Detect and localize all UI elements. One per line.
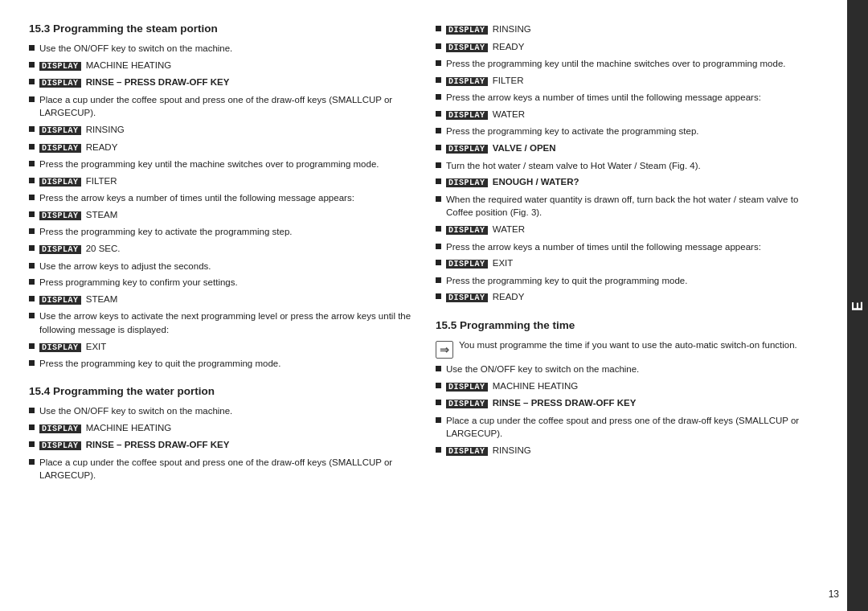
list-item: DISPLAY READY (29, 141, 416, 155)
display-tag: DISPLAY (39, 296, 81, 305)
list-item: DISPLAY RINSE – PRESS DRAW-OFF KEY (29, 438, 416, 453)
display-tag: DISPLAY (39, 441, 81, 450)
bullet-icon (29, 263, 35, 269)
bullet-icon (29, 343, 35, 349)
display-tag: DISPLAY (446, 226, 488, 235)
list-item-text: DISPLAY EXIT (39, 340, 416, 355)
section-15-3-title: 15.3 Programming the steam portion (29, 23, 416, 35)
display-tag: DISPLAY (446, 383, 488, 392)
list-item-text: DISPLAY 20 SEC. (39, 242, 416, 256)
arrow-icon: ⇒ (436, 341, 453, 359)
bold-text: RINSE – PRESS DRAW-OFF KEY (86, 440, 230, 449)
list-item: Use the ON/OFF key to switch on the mach… (29, 42, 416, 55)
list-item: Use the arrow keys to activate the next … (29, 310, 416, 336)
list-item: DISPLAY MACHINE HEATING (29, 421, 416, 436)
display-tag: DISPLAY (446, 178, 488, 187)
display-tag: DISPLAY (39, 211, 81, 220)
list-item: Use the arrow keys to adjust the seconds… (29, 260, 416, 273)
bullet-icon (29, 161, 35, 166)
bold-text: VALVE / OPEN (493, 143, 556, 153)
bullet-icon (436, 366, 441, 371)
bullet-icon (29, 144, 35, 150)
list-item-text: Use the arrow keys to adjust the seconds… (39, 260, 416, 273)
list-item: DISPLAY STEAM (29, 293, 416, 307)
list-item: DISPLAY FILTER (436, 74, 823, 88)
list-item-text: DISPLAY RINSE – PRESS DRAW-OFF KEY (39, 438, 416, 453)
list-item-text: DISPLAY STEAM (39, 208, 416, 223)
bullet-icon (29, 296, 35, 301)
list-item-text: Use the ON/OFF key to switch on the mach… (446, 363, 823, 376)
list-item: Use the ON/OFF key to switch on the mach… (436, 363, 823, 376)
list-item-text: DISPLAY RINSE – PRESS DRAW-OFF KEY (39, 76, 416, 90)
list-item-text: DISPLAY VALVE / OPEN (446, 141, 823, 156)
list-item-text: Place a cup under the coffee spout and p… (39, 456, 416, 482)
list-item: DISPLAY EXIT (436, 256, 823, 271)
list-item-text: Use the ON/OFF key to switch on the mach… (39, 42, 416, 55)
bullet-icon (29, 195, 35, 200)
bullet-icon (436, 400, 441, 405)
bullet-icon (29, 360, 35, 366)
list-item: Press the programming key until the mach… (436, 57, 823, 71)
list-item-text: Press the programming key to quit the pr… (446, 274, 823, 288)
bullet-icon (29, 62, 35, 68)
list-item-text: Use the ON/OFF key to switch on the mach… (39, 404, 416, 418)
bullet-icon (436, 178, 441, 184)
bullet-icon (29, 96, 35, 102)
bullet-icon (29, 45, 35, 51)
display-tag: DISPLAY (446, 26, 488, 35)
list-item: Place a cup under the coffee spout and p… (29, 93, 416, 120)
bullet-icon (29, 126, 35, 132)
side-tab-label: E (850, 300, 866, 311)
bullet-icon (436, 447, 441, 453)
list-item: DISPLAY EXIT (29, 340, 416, 355)
list-item: Press the arrow keys a number of times u… (436, 91, 823, 105)
bullet-icon (436, 383, 441, 388)
bullet-icon (29, 245, 35, 251)
info-box-text: You must programme the time if you want … (459, 340, 823, 350)
list-item-text: Press the programming key until the mach… (39, 158, 416, 171)
bullet-icon (29, 313, 35, 318)
list-item-text: Press the arrow keys a number of times u… (446, 240, 823, 254)
display-tag: DISPLAY (446, 260, 488, 269)
list-item: Turn the hot water / steam valve to Hot … (436, 159, 823, 173)
page-number: 13 (829, 588, 839, 600)
bullet-icon (29, 79, 35, 84)
page-container: 15.3 Programming the steam portion Use t… (0, 0, 868, 611)
list-item: DISPLAY RINSING (436, 444, 823, 458)
bullet-icon (436, 94, 441, 100)
list-item-text: Press the arrow keys a number of times u… (446, 91, 823, 105)
list-item-text: DISPLAY MACHINE HEATING (39, 421, 416, 436)
bullet-icon (436, 162, 441, 168)
bullet-icon (29, 424, 35, 430)
bullet-icon (29, 441, 35, 447)
list-item: DISPLAY READY (436, 40, 823, 55)
list-item: DISPLAY WATER (436, 108, 823, 122)
list-item-text: Press the arrow keys a number of times u… (39, 191, 416, 205)
bullet-icon (436, 145, 441, 150)
list-item: DISPLAY RINSING (436, 23, 823, 37)
list-item-text: DISPLAY EXIT (446, 256, 823, 271)
list-item-text: DISPLAY RINSING (446, 23, 823, 37)
list-item: Press the programming key to quit the pr… (436, 274, 823, 288)
list-item-text: Press programming key to confirm your se… (39, 276, 416, 289)
list-item-text: Press the programming key until the mach… (446, 57, 823, 71)
list-item-text: DISPLAY READY (446, 40, 823, 55)
section-15-3-list: Use the ON/OFF key to switch on the mach… (29, 42, 416, 374)
bullet-icon (29, 459, 35, 465)
list-item: DISPLAY STEAM (29, 208, 416, 223)
bullet-icon (436, 244, 441, 249)
list-item: DISPLAY 20 SEC. (29, 242, 416, 256)
list-item-text: DISPLAY RINSING (39, 123, 416, 137)
list-item: Press the programming key to activate th… (29, 225, 416, 239)
display-tag: DISPLAY (446, 77, 488, 86)
section-15-4-list: Use the ON/OFF key to switch on the mach… (29, 404, 416, 486)
list-item: Place a cup under the coffee spout and p… (29, 456, 416, 482)
display-tag: DISPLAY (39, 178, 81, 187)
list-item: DISPLAY VALVE / OPEN (436, 141, 823, 156)
list-item: DISPLAY WATER (436, 223, 823, 237)
list-item-text: Press the programming key to activate th… (39, 225, 416, 239)
bullet-icon (436, 293, 441, 299)
list-item: Press the arrow keys a number of times u… (29, 191, 416, 205)
list-item: DISPLAY ENOUGH / WATER? (436, 175, 823, 190)
bold-text: RINSE – PRESS DRAW-OFF KEY (86, 77, 230, 87)
